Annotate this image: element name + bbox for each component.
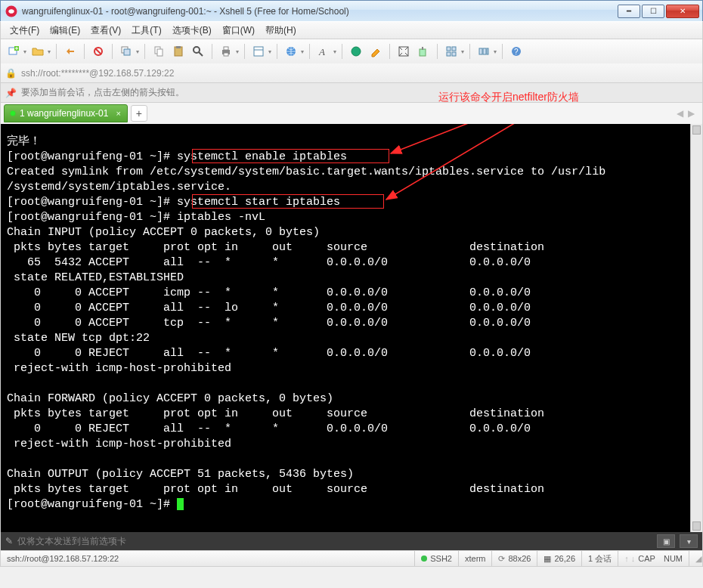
terminal-output: 完毕！ [root@wangruifeng-01 ~]# systemctl e… — [7, 135, 696, 512]
tab-close-icon[interactable]: × — [116, 109, 120, 118]
svg-rect-29 — [483, 48, 486, 54]
status-sessions: 1 会话 — [581, 551, 618, 566]
open-icon[interactable] — [29, 43, 46, 60]
toolbar-separator — [56, 44, 57, 59]
svg-rect-27 — [452, 52, 456, 56]
tab-prev-icon[interactable]: ◀ — [677, 108, 683, 119]
status-bar: ssh://root@192.168.57.129:22 SSH2 xterm … — [0, 550, 703, 567]
copy-icon[interactable] — [150, 43, 167, 60]
toolbar-separator — [212, 44, 212, 59]
svg-rect-28 — [479, 48, 482, 54]
dropdown-arrow-icon[interactable]: ▾ — [461, 48, 464, 55]
terminal[interactable]: 完毕！ [root@wangruifeng-01 ~]# systemctl e… — [0, 124, 703, 532]
menu-window[interactable]: 窗口(W) — [218, 23, 259, 39]
svg-line-12 — [199, 52, 203, 56]
color-scheme-icon[interactable] — [348, 43, 364, 60]
annotation-text: 运行该命令开启netfilter防火墙 — [438, 91, 579, 104]
svg-rect-24 — [447, 47, 451, 51]
svg-rect-14 — [224, 47, 228, 50]
copy-session-icon[interactable] — [118, 43, 135, 60]
new-tab-button[interactable]: + — [131, 105, 147, 122]
terminal-scrollbar[interactable] — [690, 124, 702, 532]
toolbar-separator — [309, 44, 310, 59]
svg-rect-25 — [452, 47, 456, 51]
menu-tools[interactable]: 工具(T) — [127, 23, 166, 39]
toolbar-separator — [437, 44, 438, 59]
status-size: ⟳ 88x26 — [491, 551, 537, 566]
tile-icon[interactable] — [443, 43, 460, 60]
disconnect-icon[interactable] — [90, 43, 107, 60]
menu-edit[interactable]: 编辑(E) — [45, 23, 85, 39]
minimize-button[interactable]: ━ — [618, 5, 640, 18]
paste-icon[interactable] — [170, 43, 187, 60]
tab-label: 1 wangruifenglinux-01 — [20, 108, 108, 119]
send-icon[interactable]: ✎ — [5, 536, 13, 546]
status-connection: ssh://root@192.168.57.129:22 — [1, 551, 414, 566]
menu-bar: 文件(F) 编辑(E) 查看(V) 工具(T) 选项卡(B) 窗口(W) 帮助(… — [0, 21, 703, 39]
svg-rect-26 — [447, 52, 451, 56]
session-tab[interactable]: 1 wangruifenglinux-01 × — [4, 104, 128, 122]
app-icon — [4, 4, 19, 19]
toolbar-separator — [84, 44, 85, 59]
ssh-status-icon — [421, 556, 427, 562]
print-icon[interactable] — [218, 43, 234, 60]
status-term: xterm — [458, 551, 492, 566]
help-icon[interactable]: ? — [508, 43, 525, 60]
fullscreen-icon[interactable] — [395, 43, 412, 60]
address-text[interactable]: ssh://root:********@192.168.57.129:22 — [21, 68, 174, 79]
svg-line-4 — [95, 48, 101, 54]
dropdown-arrow-icon[interactable]: ▾ — [236, 48, 239, 55]
hint-text: 要添加当前会话，点击左侧的箭头按钮。 — [21, 86, 184, 99]
svg-text:A: A — [318, 46, 325, 57]
svg-rect-16 — [254, 47, 263, 56]
window-title: wangruifenglinux-01 - root@wangruifeng-0… — [19, 6, 618, 17]
hint-bar: 📌 要添加当前会话，点击左侧的箭头按钮。 — [0, 83, 703, 103]
window-titlebar: wangruifenglinux-01 - root@wangruifeng-0… — [0, 0, 703, 21]
tab-next-icon[interactable]: ▶ — [688, 108, 695, 119]
dropdown-arrow-icon[interactable]: ▾ — [333, 48, 336, 55]
svg-rect-30 — [487, 48, 488, 54]
toolbar-separator — [277, 44, 277, 59]
address-bar: 🔒 ssh://root:********@192.168.57.129:22 — [0, 63, 703, 83]
svg-rect-10 — [176, 46, 181, 48]
toolbar: ▾▾▾▾▾▾A▾▾▾? — [0, 39, 703, 63]
font-icon[interactable]: A — [315, 43, 332, 60]
toolbar-separator — [502, 44, 503, 59]
lock-icon: 🔒 — [5, 68, 17, 79]
toolbar-separator — [469, 44, 470, 59]
status-ssh: SSH2 — [414, 551, 458, 566]
position-icon: ▦ — [544, 554, 551, 564]
globe-icon[interactable] — [283, 43, 299, 60]
find-icon[interactable] — [190, 43, 206, 60]
svg-point-11 — [194, 47, 200, 53]
resize-grip[interactable]: ◢ — [689, 551, 702, 566]
properties-icon[interactable] — [250, 43, 267, 60]
send-toggle-button[interactable]: ▾ — [680, 534, 698, 548]
status-dot-icon — [11, 111, 15, 116]
toolbar-separator — [342, 44, 342, 59]
new-session-icon[interactable] — [5, 43, 22, 60]
menu-tabs[interactable]: 选项卡(B) — [168, 23, 216, 39]
dropdown-arrow-icon[interactable]: ▾ — [136, 48, 139, 55]
maximize-button[interactable]: ☐ — [642, 5, 664, 18]
dropdown-arrow-icon[interactable]: ▾ — [23, 48, 26, 55]
send-input[interactable]: 仅将文本发送到当前选项卡 — [17, 535, 652, 548]
menu-view[interactable]: 查看(V) — [86, 23, 125, 39]
svg-rect-8 — [157, 49, 163, 56]
toolbar-separator — [244, 44, 245, 59]
menu-help[interactable]: 帮助(H) — [261, 23, 301, 39]
dropdown-arrow-icon[interactable]: ▾ — [48, 48, 51, 55]
svg-rect-6 — [124, 49, 130, 55]
transparency-icon[interactable] — [415, 43, 432, 60]
highlight-icon[interactable] — [367, 43, 384, 60]
status-pos: ▦ 26,26 — [537, 551, 581, 566]
reconnect-icon[interactable] — [62, 43, 79, 60]
menu-file[interactable]: 文件(F) — [5, 23, 44, 39]
dropdown-arrow-icon[interactable]: ▾ — [268, 48, 271, 55]
dropdown-arrow-icon[interactable]: ▾ — [301, 48, 304, 55]
cascade-icon[interactable] — [475, 43, 492, 60]
send-target-button[interactable]: ▣ — [657, 534, 675, 548]
pin-icon[interactable]: 📌 — [5, 88, 17, 98]
dropdown-arrow-icon[interactable]: ▾ — [494, 48, 497, 55]
close-button[interactable]: ✕ — [666, 5, 699, 18]
